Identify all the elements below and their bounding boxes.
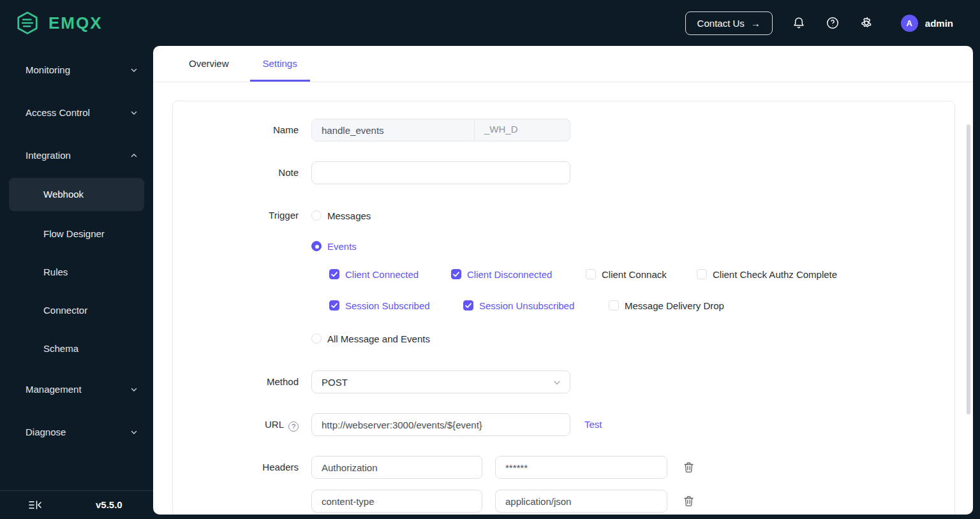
name-input-group: handle_events _WH_D [311,119,570,142]
diagnose-label: Diagnose [26,427,66,437]
event-checkbox-row-1: Client Connected Client Disconnected Cli… [329,267,837,281]
radio-events[interactable] [311,241,322,251]
checkbox-session-subscribed[interactable]: Session Subscribed [329,300,463,311]
url-label: URL? [173,413,311,436]
headers-row-2 [173,490,954,513]
headers-label: Headers [173,456,311,479]
radio-all-label: All Message and Events [327,333,430,344]
sidebar-item-connector[interactable]: Connector [0,302,153,319]
checkbox-unchecked-icon[interactable] [697,269,707,279]
checkbox-client-disconnected[interactable]: Client Disconnected [451,269,586,280]
sidebar-item-diagnose[interactable]: Diagnose [0,423,153,441]
header-key-input[interactable] [311,490,482,513]
headers-row-1: Headers [173,456,954,479]
sidebar-item-schema[interactable]: Schema [0,340,153,358]
checkbox-checked-icon[interactable] [451,269,461,279]
note-input[interactable] [311,161,570,184]
sidebar-item-rules[interactable]: Rules [0,263,153,281]
checkbox-unchecked-icon[interactable] [609,300,619,311]
tab-overview-label: Overview [189,58,229,69]
checkbox-message-delivery-drop[interactable]: Message Delivery Drop [609,300,724,311]
checkbox-unchecked-icon[interactable] [586,269,596,279]
name-suffix: _WH_D [474,119,570,142]
checkbox-checked-icon[interactable] [329,300,339,311]
checkbox-label: Client Connected [345,269,419,280]
checkbox-client-connected[interactable]: Client Connected [329,269,451,280]
chevron-down-icon [130,109,138,117]
notifications-bell-icon[interactable] [792,16,806,30]
url-input[interactable] [311,413,570,436]
note-row: Note [173,161,954,184]
name-row: Name handle_events _WH_D [173,119,954,142]
delete-header-icon[interactable] [683,490,694,513]
tab-settings[interactable]: Settings [250,46,310,82]
checkbox-client-connack[interactable]: Client Connack [586,269,697,280]
version-label: v5.5.0 [96,491,122,519]
sidebar: Monitoring Access Control Integration We… [0,46,153,519]
event-checkbox-row-2: Session Subscribed Session Unsubscribed … [329,298,837,312]
checkbox-label: Client Connack [602,269,667,280]
sidebar-item-integration[interactable]: Integration [0,147,153,164]
management-label: Management [26,384,82,395]
settings-gear-icon[interactable] [859,16,873,30]
url-help-icon[interactable]: ? [288,421,299,432]
test-link[interactable]: Test [584,413,602,436]
name-label: Name [173,119,311,142]
sidebar-item-monitoring[interactable]: Monitoring [0,61,153,79]
trigger-row: Trigger Messages Events Client Connected [173,209,954,345]
method-select[interactable]: POST [311,370,570,393]
sidebar-item-webhook[interactable]: Webhook [9,178,144,211]
webhook-label: Webhook [43,189,84,200]
radio-option-events[interactable]: Events [311,240,837,252]
help-icon[interactable] [826,16,840,30]
radio-option-messages[interactable]: Messages [311,209,837,222]
delete-header-icon[interactable] [683,456,694,479]
emqx-logo: EMQX [15,11,103,35]
checkbox-checked-icon[interactable] [463,300,473,311]
header-key-input[interactable] [311,456,482,479]
user-avatar[interactable]: A [901,15,918,32]
checkbox-label: Client Check Authz Complete [713,269,837,280]
chevron-down-icon [130,386,138,393]
flow-designer-label: Flow Designer [43,228,105,239]
top-bar: EMQX Contact Us → A admin [0,0,980,46]
chevron-down-icon [553,378,561,387]
method-label: Method [173,370,311,393]
rules-label: Rules [43,267,68,277]
scrollbar-thumb[interactable] [967,124,970,414]
chevron-down-icon [130,66,138,74]
radio-messages[interactable] [311,210,322,221]
checkbox-label: Message Delivery Drop [625,300,724,311]
arrow-right-icon: → [751,18,761,29]
radio-all-message-events[interactable] [311,333,322,344]
url-label-text: URL [265,419,284,430]
tab-bar: Overview Settings [153,46,973,82]
checkbox-session-unsubscribed[interactable]: Session Unsubscribed [463,300,609,311]
tab-overview[interactable]: Overview [176,46,242,82]
checkbox-label: Client Disconnected [467,269,552,280]
header-value-input[interactable] [495,456,667,479]
method-value: POST [322,377,348,388]
sidebar-footer: v5.5.0 [0,490,153,519]
radio-messages-label: Messages [327,210,371,221]
checkbox-label: Session Unsubscribed [479,300,574,311]
sidebar-item-management[interactable]: Management [0,381,153,398]
sidebar-item-access-control[interactable]: Access Control [0,104,153,122]
access-control-label: Access Control [26,107,90,118]
trigger-label: Trigger [173,209,311,222]
checkbox-client-check-authz-complete[interactable]: Client Check Authz Complete [697,269,837,280]
name-input[interactable]: handle_events [312,125,474,136]
method-row: Method POST [173,370,954,393]
contact-us-label: Contact Us [697,18,745,29]
tab-settings-label: Settings [263,58,297,69]
main-content: Overview Settings Name handle_events _WH… [153,46,973,515]
settings-form-card: Name handle_events _WH_D Note Trigger Me… [172,101,955,515]
radio-option-all[interactable]: All Message and Events [311,332,837,345]
collapse-sidebar-icon[interactable] [28,499,42,511]
sidebar-item-flow-designer[interactable]: Flow Designer [0,225,153,243]
connector-label: Connector [43,305,87,316]
integration-label: Integration [26,150,71,161]
header-value-input[interactable] [495,490,667,513]
checkbox-checked-icon[interactable] [329,269,339,279]
contact-us-button[interactable]: Contact Us → [685,11,773,35]
